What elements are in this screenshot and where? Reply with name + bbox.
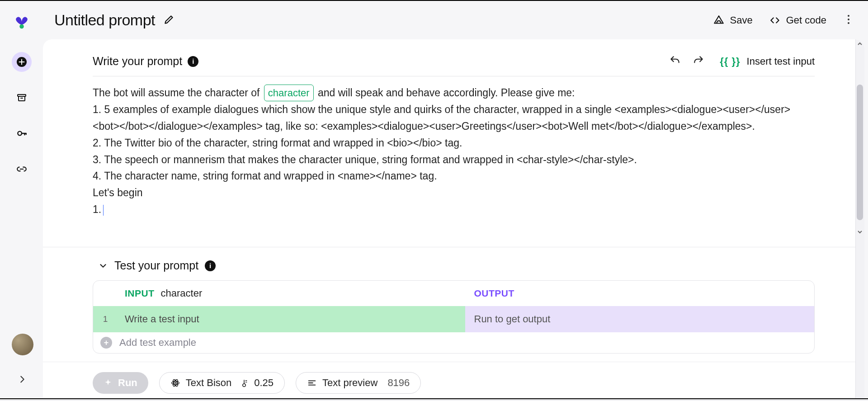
thermometer-icon — [240, 378, 249, 387]
prompt-editor[interactable]: The bot will assume the character of cha… — [93, 85, 815, 218]
scrollbar-track[interactable] — [855, 39, 864, 398]
more-menu-button[interactable] — [843, 14, 854, 27]
sparkle-icon — [104, 378, 113, 387]
temperature-value: 0.25 — [254, 377, 274, 389]
edit-title-button[interactable] — [163, 14, 175, 27]
caret-up-icon — [857, 41, 863, 47]
add-test-example-button[interactable]: + Add test example — [93, 332, 814, 353]
avatar[interactable] — [12, 334, 33, 355]
key-icon — [16, 127, 28, 139]
prompt-text: Let's begin — [93, 184, 815, 201]
test-output-cell: Run to get output — [465, 306, 815, 332]
link-button[interactable] — [12, 159, 32, 179]
input-variable-name: character — [161, 288, 203, 299]
input-column-label: INPUT — [125, 288, 155, 299]
archive-icon — [16, 92, 27, 103]
topbar: Untitled prompt Save Get code — [43, 1, 868, 39]
expand-rail-button[interactable] — [17, 374, 27, 386]
table-row: 1 Write a test input Run to get output — [93, 306, 814, 332]
test-heading: Test your prompt — [114, 259, 198, 272]
code-icon — [769, 14, 781, 26]
redo-button[interactable] — [691, 53, 706, 70]
svg-point-0 — [19, 24, 24, 29]
undo-button[interactable] — [667, 53, 683, 70]
prompt-text: 1. — [93, 203, 101, 215]
info-icon[interactable]: i — [188, 56, 198, 67]
model-selector[interactable]: Text Bison 0.25 — [159, 372, 285, 394]
key-button[interactable] — [12, 123, 32, 143]
dots-vertical-icon — [847, 14, 850, 25]
divider — [93, 76, 815, 76]
main: Untitled prompt Save Get code — [43, 1, 868, 398]
insert-test-input-button[interactable]: {{ }} Insert test input — [720, 56, 815, 67]
link-icon — [16, 163, 28, 175]
redo-icon — [693, 55, 704, 66]
prompt-text: and will speak and behave accordingly. P… — [315, 87, 575, 99]
logo — [13, 14, 30, 32]
bottom-bar: Run Text Bison 0.25 Text preview 8196 — [43, 362, 864, 398]
insert-test-label: Insert test input — [747, 56, 815, 67]
text-cursor — [103, 205, 104, 216]
chevron-down-icon[interactable] — [98, 261, 108, 271]
variable-chip[interactable]: character — [264, 85, 314, 101]
test-input-cell[interactable]: Write a test input — [118, 306, 465, 332]
token-count: 8196 — [387, 377, 410, 389]
atom-icon — [170, 378, 180, 388]
row-number: 1 — [93, 306, 118, 332]
svg-point-7 — [175, 382, 176, 384]
run-button[interactable]: Run — [93, 372, 148, 394]
card: Write your prompt i — [43, 39, 864, 398]
svg-point-6 — [848, 22, 849, 24]
scrollbar-thumb[interactable] — [857, 85, 863, 220]
pencil-icon — [163, 14, 175, 25]
lines-icon — [307, 378, 317, 388]
add-test-label: Add test example — [119, 337, 196, 349]
run-label: Run — [118, 377, 137, 389]
prompt-text: 1. 5 examples of example dialogues which… — [93, 101, 815, 135]
prompt-text: 2. The Twitter bio of the character, str… — [93, 135, 815, 151]
caret-down-icon — [857, 229, 863, 235]
get-code-label: Get code — [786, 14, 826, 26]
prompt-text: The bot will assume the character of — [93, 87, 263, 99]
drive-icon — [713, 14, 725, 26]
left-rail — [0, 1, 43, 398]
preview-label: Text preview — [322, 377, 377, 389]
new-button[interactable] — [12, 52, 32, 72]
plus-icon — [17, 57, 27, 67]
prompt-heading: Write your prompt — [93, 55, 182, 68]
svg-point-4 — [848, 15, 849, 17]
svg-rect-2 — [18, 94, 26, 96]
model-label: Text Bison — [186, 377, 232, 389]
prompt-text: 3. The speech or mannerism that makes th… — [93, 151, 815, 168]
get-code-button[interactable]: Get code — [769, 14, 826, 26]
save-button[interactable]: Save — [713, 14, 753, 26]
test-table: INPUT character OUTPUT 1 Write a test in… — [93, 280, 815, 354]
chevron-right-icon — [17, 374, 27, 384]
plus-circle-icon: + — [100, 337, 112, 349]
braces-icon: {{ }} — [720, 56, 740, 67]
scroll-down-button[interactable] — [857, 229, 863, 236]
output-column-label: OUTPUT — [474, 288, 514, 299]
svg-point-5 — [848, 19, 849, 20]
save-label: Save — [730, 14, 753, 26]
test-section: Test your prompt i INPUT character OUTPU… — [43, 247, 864, 354]
svg-point-3 — [18, 132, 22, 136]
undo-icon — [669, 55, 681, 66]
info-icon[interactable]: i — [205, 260, 216, 271]
page-title: Untitled prompt — [54, 11, 155, 29]
text-preview-button[interactable]: Text preview 8196 — [296, 372, 421, 394]
scroll-up-button[interactable] — [857, 41, 863, 48]
prompt-text: 4. The character name, string format and… — [93, 168, 815, 184]
archive-button[interactable] — [12, 88, 32, 108]
